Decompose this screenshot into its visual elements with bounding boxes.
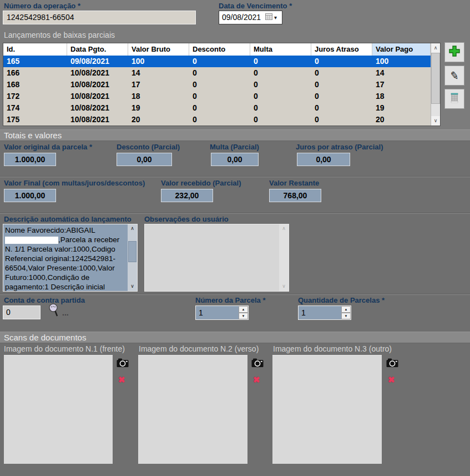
column-header-data-pgto[interactable]: Data Pgto. [67, 43, 128, 56]
table-row[interactable]: 172 10/08/2021 18 0 0 0 18 [3, 91, 431, 102]
valor-final-label: Valor Final (com multas/juros/descontos) [4, 179, 145, 187]
counterpart-account-field[interactable]: 0 [3, 305, 41, 319]
search-account-button[interactable] [48, 303, 60, 320]
magnifier-icon [48, 310, 60, 319]
add-row-button[interactable] [444, 42, 464, 62]
operation-number-label: Número da operação * [4, 2, 80, 10]
column-header-juros-atraso[interactable]: Juros Atraso [311, 43, 372, 56]
table-row[interactable]: 175 10/08/2021 20 0 0 0 20 [3, 114, 431, 126]
x-icon: ✖ [253, 375, 260, 384]
desconto-parcial-field[interactable]: 0,00 [117, 153, 172, 166]
due-date-field[interactable]: 09/08/2021 ▾ [219, 11, 282, 24]
description-line: pagamento:1 Descrição inicial [5, 282, 126, 291]
payment-operation-form: Número da operação * 1242542981-66504 Da… [0, 0, 470, 476]
scan-2-label: Imagem do documento N.2 (verso) [139, 344, 259, 353]
scroll-up-icon[interactable]: ∧ [128, 224, 137, 233]
scans-section-title: Scans de documentos [0, 332, 470, 343]
scan-3-image-placeholder [272, 355, 382, 464]
camera-icon [251, 360, 264, 369]
scroll-down-icon[interactable]: ∨ [128, 282, 137, 291]
scans-section-band: Scans de documentos [0, 332, 470, 343]
scrollbar-thumb[interactable] [431, 53, 440, 104]
valor-final-field[interactable]: 1.000,00 [4, 189, 56, 202]
juros-atraso-parcial-label: Juros por atraso (Parcial) [296, 143, 383, 151]
column-header-valor-pago[interactable]: Valor Pago [372, 43, 431, 56]
column-header-desconto[interactable]: Desconto [189, 43, 250, 56]
description-line: ,Parcela a receber [5, 235, 126, 244]
calendar-icon[interactable] [265, 11, 272, 24]
scan-1-image-placeholder [4, 355, 113, 464]
description-line: N. 1/1 Parcela valor:1000,Codigo [5, 244, 126, 254]
edit-row-button[interactable]: ✎ [444, 66, 464, 86]
installment-qty-label: Quantidade de Parcelas * [298, 296, 385, 304]
plus-icon [448, 45, 461, 59]
table-body: 165 09/08/2021 100 0 0 0 100 166 10/08/2… [3, 56, 431, 126]
description-line: 66504,Valor Presente:1000,Valor [5, 263, 126, 273]
due-date-value: 09/08/2021 [222, 11, 261, 24]
column-header-valor-bruto[interactable]: Valor Bruto [128, 43, 189, 56]
scan-1-label: Imagem do documento N.1 (frente) [4, 344, 125, 353]
x-icon: ✖ [118, 375, 125, 384]
remove-scan-1-button[interactable]: ✖ [118, 375, 125, 384]
scroll-up-icon[interactable]: ∧ [279, 224, 289, 233]
valor-recebido-label: Valor recebido (Parcial) [161, 179, 241, 187]
divider [0, 294, 470, 295]
table-row[interactable]: 165 09/08/2021 100 0 0 0 100 [3, 56, 431, 67]
spin-up-icon[interactable]: ▲ [341, 306, 351, 313]
scroll-down-icon[interactable]: ∨ [279, 282, 289, 291]
observations-scrollbar[interactable]: ∧ ∨ [279, 224, 289, 291]
installment-number-stepper[interactable]: 1 ▲ ▼ [195, 305, 249, 320]
camera-icon [117, 360, 129, 369]
trash-icon [450, 93, 459, 106]
user-observations-textarea[interactable]: ∧ ∨ [144, 224, 289, 292]
scan-2-image-placeholder [138, 355, 247, 464]
spin-down-icon[interactable]: ▼ [341, 313, 351, 319]
counterpart-account-label: Conta de contra partida [4, 296, 85, 304]
scroll-down-icon[interactable]: ∨ [431, 116, 440, 126]
valor-original-field[interactable]: 1.000,00 [4, 153, 56, 166]
delete-row-button[interactable] [444, 89, 464, 109]
scroll-up-icon[interactable]: ∧ [431, 43, 440, 53]
camera-icon [386, 360, 398, 369]
remove-scan-2-button[interactable]: ✖ [253, 375, 260, 384]
juros-atraso-parcial-field[interactable]: 0,00 [297, 153, 350, 166]
totals-section-band: Totais e valores [0, 129, 470, 141]
installment-qty-stepper[interactable]: 1 ▲ ▼ [298, 305, 351, 320]
capture-scan-3-button[interactable] [386, 358, 398, 368]
auto-description-label: Descrição automática do lançamento [4, 215, 132, 223]
due-date-label: Data de Vencimento * [219, 2, 292, 10]
table-row[interactable]: 174 10/08/2021 19 0 0 0 19 [3, 102, 431, 114]
valor-restante-label: Valor Restante [269, 179, 319, 187]
description-scrollbar[interactable]: ∧ ∨ [128, 224, 137, 291]
scan-3-label: Imagem do documento N.3 (outro) [273, 344, 392, 353]
valor-restante-field[interactable]: 768,00 [269, 189, 321, 202]
multa-parcial-field[interactable]: 0,00 [211, 153, 259, 166]
desconto-parcial-label: Desconto (Parcial) [117, 143, 180, 151]
table-title: Lançamentos de baixas parciais [4, 31, 115, 39]
browse-dots-label[interactable]: ... [62, 308, 69, 317]
description-line: Referencial original:1242542981- [5, 254, 126, 263]
remove-scan-3-button[interactable]: ✖ [388, 375, 395, 384]
divider [0, 176, 470, 177]
table-row[interactable]: 168 10/08/2021 17 0 0 0 17 [3, 79, 431, 91]
valor-original-label: Valor original da parcela * [4, 143, 92, 151]
capture-scan-1-button[interactable] [117, 358, 129, 368]
column-header-multa[interactable]: Multa [250, 43, 311, 56]
table-row[interactable]: 166 10/08/2021 14 0 0 0 14 [3, 67, 431, 79]
date-dropdown-icon[interactable]: ▾ [274, 11, 277, 24]
operation-number-field[interactable]: 1242542981-66504 [3, 11, 196, 24]
user-observations-label: Observações do usuário [144, 215, 229, 223]
pencil-icon: ✎ [449, 69, 460, 83]
spin-down-icon[interactable]: ▼ [239, 313, 248, 319]
spin-up-icon[interactable]: ▲ [239, 306, 248, 313]
column-header-id[interactable]: Id. [3, 43, 67, 56]
scrollbar-thumb[interactable] [128, 241, 137, 262]
valor-recebido-field[interactable]: 232,00 [161, 189, 213, 202]
capture-scan-2-button[interactable] [251, 358, 264, 368]
x-icon: ✖ [388, 375, 395, 384]
table-scrollbar[interactable]: ∧ ∨ [431, 43, 440, 126]
auto-description-textarea[interactable]: Nome Favorecido:ABIGAIL ,Parcela a receb… [3, 224, 138, 292]
redacted-text-block [5, 237, 58, 244]
partial-payments-table: Id. Data Pgto. Valor Bruto Desconto Mult… [3, 43, 441, 126]
table-header-row: Id. Data Pgto. Valor Bruto Desconto Mult… [3, 43, 431, 56]
